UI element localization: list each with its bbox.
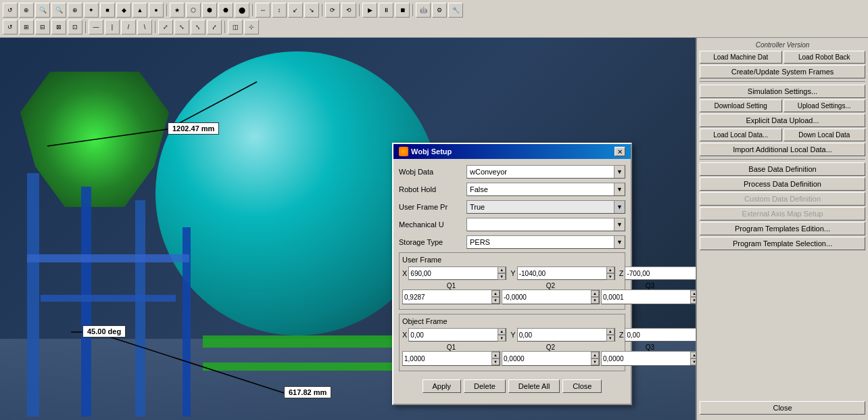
uf-q3-up[interactable]: ▲ <box>690 290 696 297</box>
mechanical-dropdown[interactable]: ▼ <box>466 218 625 231</box>
tb-btn-r2-5[interactable]: ⊡ <box>68 20 82 34</box>
load-robot-button[interactable]: Load Robot Back <box>783 51 866 64</box>
process-data-button[interactable]: Process Data Definition <box>700 177 865 191</box>
tb-btn-19[interactable]: ↘ <box>304 3 319 18</box>
uf-q2-input[interactable] <box>502 290 591 304</box>
tb-btn-r2-15[interactable]: ⊹ <box>244 20 259 34</box>
tb-btn-9[interactable]: ▲ <box>132 3 147 18</box>
tb-btn-r2-1[interactable]: ↺ <box>3 20 18 34</box>
uf-z-field[interactable]: ▲ ▼ <box>625 266 696 280</box>
tb-btn-r2-3[interactable]: ⊟ <box>35 20 50 34</box>
of-y-field[interactable]: ▲ ▼ <box>517 328 615 342</box>
user-frame-pr-arrow[interactable]: ▼ <box>614 201 625 213</box>
uf-z-input[interactable] <box>625 267 696 279</box>
apply-button[interactable]: Apply <box>423 379 462 393</box>
of-q1-up[interactable]: ▲ <box>491 352 500 358</box>
prog-templates-button[interactable]: Program Templates Edition... <box>700 222 865 235</box>
tb-btn-r2-13[interactable]: ⤤ <box>207 20 222 34</box>
tb-btn-r2-8[interactable]: / <box>121 20 136 34</box>
of-q3-down[interactable]: ▼ <box>690 358 696 365</box>
uf-q1-input[interactable] <box>403 290 491 304</box>
tb-btn-23[interactable]: ⏸ <box>379 3 393 18</box>
ext-axis-button[interactable]: External Axis Map Setup <box>700 207 865 220</box>
of-x-field[interactable]: ▲ ▼ <box>408 328 506 342</box>
tb-btn-15[interactable]: ⬤ <box>235 3 249 18</box>
of-y-up[interactable]: ▲ <box>606 328 614 335</box>
tb-btn-8[interactable]: ◆ <box>116 3 131 18</box>
upload-settings-button[interactable]: Upload Settings... <box>783 99 866 112</box>
of-q3-input[interactable] <box>602 352 690 365</box>
tb-btn-16[interactable]: ↔ <box>256 3 270 18</box>
of-q2-up[interactable]: ▲ <box>591 352 599 358</box>
of-x-down[interactable]: ▼ <box>498 335 506 342</box>
uf-q3-input[interactable] <box>602 290 690 304</box>
load-local-button[interactable]: Load Local Data... <box>700 129 782 141</box>
of-x-up[interactable]: ▲ <box>498 328 506 335</box>
tb-btn-2[interactable]: ⊕ <box>19 3 34 18</box>
uf-x-input[interactable] <box>409 267 498 279</box>
dialog-close-icon-btn[interactable]: ✕ <box>614 147 625 156</box>
tb-btn-18[interactable]: ↙ <box>288 3 303 18</box>
tb-btn-17[interactable]: ↕ <box>272 3 287 18</box>
uf-q2-up[interactable]: ▲ <box>591 290 599 297</box>
simulation-settings-button[interactable]: Simulation Settings... <box>700 85 865 98</box>
download-setting-button[interactable]: Download Setting <box>700 99 782 112</box>
uf-y-down[interactable]: ▼ <box>606 273 614 280</box>
uf-q3-spinfield[interactable]: ▲ ▼ <box>601 289 696 304</box>
of-q2-down[interactable]: ▼ <box>591 358 599 365</box>
delete-all-button[interactable]: Delete All <box>508 379 560 393</box>
of-q1-spinfield[interactable]: ▲ ▼ <box>402 351 500 366</box>
storage-type-dropdown[interactable]: PERS ▼ <box>466 235 625 249</box>
tb-btn-r2-14[interactable]: ◫ <box>228 20 243 34</box>
of-z-input[interactable] <box>625 329 696 341</box>
wobj-close-button[interactable]: Close <box>562 379 602 393</box>
uf-y-input[interactable] <box>518 267 606 279</box>
tb-btn-r2-4[interactable]: ⊠ <box>51 20 66 34</box>
uf-q2-spinfield[interactable]: ▲ ▼ <box>502 289 600 304</box>
tb-btn-r2-2[interactable]: ⊞ <box>19 20 34 34</box>
tb-btn-13[interactable]: ⬢ <box>202 3 217 18</box>
wobj-data-dropdown[interactable]: wConveyor ▼ <box>466 165 625 179</box>
of-y-down[interactable]: ▼ <box>606 335 614 342</box>
uf-q1-spinfield[interactable]: ▲ ▼ <box>402 289 500 304</box>
user-frame-pr-dropdown[interactable]: True ▼ <box>466 200 625 214</box>
tb-btn-4[interactable]: 🔍 <box>51 3 66 18</box>
tb-btn-14[interactable]: ⬣ <box>218 3 233 18</box>
mechanical-arrow[interactable]: ▼ <box>614 218 625 231</box>
tb-btn-r2-11[interactable]: ⤡ <box>174 20 189 34</box>
delete-button[interactable]: Delete <box>464 379 506 393</box>
tb-btn-10[interactable]: ● <box>149 3 164 18</box>
of-y-input[interactable] <box>518 329 606 341</box>
tb-btn-r2-9[interactable]: \ <box>137 20 152 34</box>
tb-btn-27[interactable]: 🔧 <box>448 3 463 18</box>
of-x-input[interactable] <box>409 329 498 341</box>
uf-q2-down[interactable]: ▼ <box>591 297 599 304</box>
tb-btn-12[interactable]: ⬡ <box>186 3 201 18</box>
custom-data-button[interactable]: Custom Data Definition <box>700 192 865 206</box>
prog-selection-button[interactable]: Program Template Selection... <box>700 237 865 250</box>
storage-type-arrow[interactable]: ▼ <box>614 236 625 248</box>
down-local-button[interactable]: Down Local Data <box>783 129 866 141</box>
tb-btn-6[interactable]: ✦ <box>84 3 99 18</box>
uf-x-up[interactable]: ▲ <box>498 266 506 273</box>
uf-y-up[interactable]: ▲ <box>606 266 614 273</box>
wobj-data-arrow[interactable]: ▼ <box>614 166 625 178</box>
tb-btn-r2-10[interactable]: ⤢ <box>158 20 173 34</box>
of-q2-input[interactable] <box>502 352 591 365</box>
of-z-field[interactable]: ▲ ▼ <box>625 328 696 342</box>
import-local-button[interactable]: Import Additional Local Data... <box>700 143 865 156</box>
of-q2-spinfield[interactable]: ▲ ▼ <box>502 351 600 366</box>
of-q1-down[interactable]: ▼ <box>491 358 500 365</box>
uf-x-field[interactable]: ▲ ▼ <box>408 266 506 280</box>
tb-btn-5[interactable]: ⊕ <box>68 3 82 18</box>
robot-hold-dropdown[interactable]: False ▼ <box>466 183 625 196</box>
tb-btn-20[interactable]: ⟳ <box>325 3 340 18</box>
tb-btn-r2-12[interactable]: ⤣ <box>191 20 206 34</box>
panel-close-button[interactable]: Close <box>700 401 865 415</box>
load-machine-button[interactable]: Load Machine Dat <box>700 51 782 64</box>
uf-q1-up[interactable]: ▲ <box>491 290 500 297</box>
tb-btn-r2-7[interactable]: | <box>105 20 120 34</box>
create-frames-button[interactable]: Create/Update System Frames <box>700 65 865 78</box>
tb-btn-3[interactable]: 🔍 <box>35 3 50 18</box>
tb-btn-22[interactable]: ▶ <box>362 3 377 18</box>
